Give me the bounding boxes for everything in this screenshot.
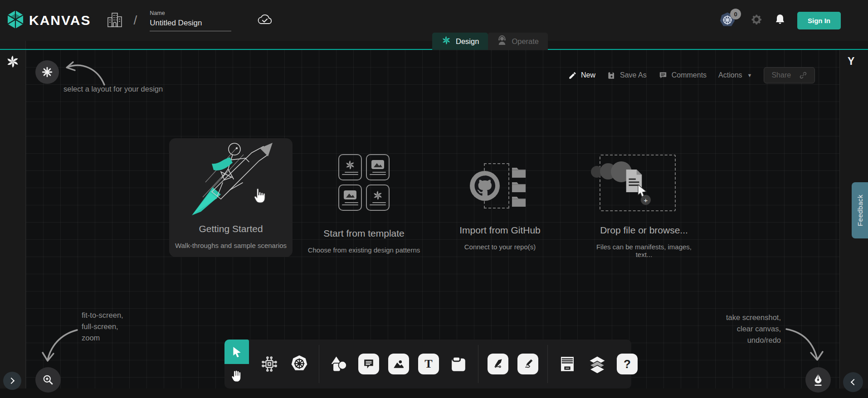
layers-icon bbox=[587, 354, 607, 374]
chevron-right-icon bbox=[8, 378, 15, 384]
bottom-strip bbox=[0, 388, 868, 398]
spiral-icon bbox=[345, 160, 356, 170]
save-as-button[interactable]: Save As bbox=[607, 71, 647, 80]
link-icon bbox=[799, 71, 807, 79]
pencil-icon bbox=[568, 71, 577, 80]
zoom-controls-button[interactable] bbox=[35, 367, 61, 393]
select-tool[interactable] bbox=[224, 340, 249, 364]
canvas-tools-hint-arrow bbox=[785, 323, 825, 366]
pen-tool[interactable] bbox=[488, 354, 508, 374]
notifications-bell-icon[interactable] bbox=[775, 14, 785, 27]
template-grid-illustration bbox=[299, 154, 429, 211]
freehand-draw-tool[interactable] bbox=[517, 354, 538, 374]
kubernetes-tool[interactable] bbox=[289, 354, 310, 374]
feedback-label: Feedback bbox=[856, 194, 864, 226]
tab-design[interactable]: Design bbox=[432, 33, 488, 50]
text-T-glyph: T bbox=[424, 357, 432, 371]
text-tool[interactable]: T bbox=[418, 354, 439, 374]
layers-tool[interactable] bbox=[587, 354, 608, 374]
layout-hint-text: select a layout for your design bbox=[63, 83, 163, 95]
template-tile bbox=[338, 184, 362, 211]
dock-divider bbox=[478, 345, 478, 383]
start-from-template-card[interactable]: Start from template Choose from existing… bbox=[299, 154, 429, 254]
card-title: Import from GitHub bbox=[451, 225, 549, 236]
zoom-hint-arrow bbox=[42, 323, 83, 366]
zoom-hint-text: fit-to-screen, full-screen, zoom bbox=[82, 310, 123, 344]
settings-gear-icon[interactable] bbox=[750, 13, 763, 28]
save-as-label: Save As bbox=[620, 71, 647, 79]
pen-nib-icon bbox=[812, 373, 824, 387]
dock-divider bbox=[547, 345, 548, 383]
drop-file-card[interactable]: + Drop file or browse... Files can be ma… bbox=[587, 153, 701, 258]
expand-left-panel-button[interactable] bbox=[3, 372, 21, 390]
chevron-left-icon bbox=[851, 379, 857, 385]
cloud-saved-icon[interactable] bbox=[257, 13, 273, 28]
right-dock-toggle[interactable]: Y bbox=[848, 55, 854, 68]
component-circuit-icon bbox=[260, 355, 278, 373]
new-label: New bbox=[581, 71, 595, 79]
breadcrumb-separator: / bbox=[133, 13, 137, 28]
shapes-tool[interactable] bbox=[328, 354, 349, 374]
image-tool[interactable] bbox=[388, 354, 409, 374]
rocket-illustration bbox=[169, 138, 293, 219]
mode-tabs: Design Operate bbox=[432, 33, 548, 50]
card-title: Drop file or browse... bbox=[587, 225, 701, 236]
comment-icon bbox=[658, 71, 668, 80]
sign-in-button[interactable]: Sign In bbox=[797, 12, 841, 29]
scribble-pencil-icon bbox=[522, 358, 534, 370]
spiral-icon bbox=[372, 190, 383, 201]
cursor-hand-icon bbox=[253, 187, 268, 205]
design-name-input[interactable] bbox=[150, 18, 231, 31]
new-design-button[interactable]: New bbox=[568, 71, 595, 80]
components-tool[interactable] bbox=[259, 354, 280, 374]
canvas-pen-button[interactable] bbox=[805, 367, 831, 393]
comments-button[interactable]: Comments bbox=[658, 71, 707, 80]
tab-operate[interactable]: Operate bbox=[488, 33, 548, 50]
tab-design-label: Design bbox=[456, 37, 479, 46]
share-label: Share bbox=[771, 71, 791, 79]
drop-file-illustration: + bbox=[587, 153, 701, 212]
collapse-right-panel-button[interactable] bbox=[843, 372, 863, 392]
getting-started-card[interactable]: Getting Started Walk-throughs and sample… bbox=[169, 138, 293, 257]
fountain-pen-icon bbox=[492, 358, 504, 370]
actions-label: Actions bbox=[718, 71, 742, 79]
comments-label: Comments bbox=[672, 71, 707, 79]
actions-dropdown[interactable]: Actions ▼ bbox=[718, 71, 752, 79]
question-mark-glyph: ? bbox=[624, 357, 631, 371]
github-illustration bbox=[451, 159, 549, 214]
import-from-github-card[interactable]: Import from GitHub Connect to your repo(… bbox=[451, 159, 549, 251]
drawer-icon bbox=[558, 354, 577, 374]
brand-name: KANVAS bbox=[29, 13, 91, 28]
card-title: Getting Started bbox=[169, 223, 293, 234]
feedback-tab[interactable]: Feedback bbox=[852, 182, 868, 238]
card-subtitle: Files can be manifests, images, text... bbox=[587, 243, 701, 258]
card-subtitle: Choose from existing design patterns bbox=[299, 246, 429, 254]
save-icon bbox=[607, 71, 616, 80]
select-layout-button[interactable] bbox=[35, 60, 59, 84]
kanvas-hexagon-icon bbox=[6, 10, 24, 31]
drawer-tool[interactable] bbox=[557, 354, 578, 374]
operate-headset-icon bbox=[497, 35, 507, 48]
share-button[interactable]: Share bbox=[764, 67, 815, 83]
comment-tool[interactable] bbox=[358, 354, 379, 374]
organization-icon[interactable] bbox=[106, 10, 123, 30]
github-octocat-icon bbox=[468, 170, 501, 202]
image-icon bbox=[371, 160, 385, 170]
note-tool[interactable] bbox=[448, 354, 469, 374]
design-actions-toolbar: New Save As Comments Actions ▼ Share bbox=[568, 66, 815, 84]
help-tool[interactable]: ? bbox=[617, 354, 638, 374]
design-name-block: Name bbox=[150, 10, 231, 31]
card-subtitle: Walk-throughs and sample scenarios bbox=[169, 242, 293, 249]
chevron-down-icon: ▼ bbox=[747, 73, 752, 78]
dock-divider bbox=[319, 345, 319, 383]
meshery-spiral-icon[interactable] bbox=[5, 54, 20, 71]
folder-icon bbox=[511, 195, 527, 207]
name-label: Name bbox=[150, 10, 231, 16]
brand-logo[interactable]: KANVAS bbox=[6, 10, 91, 31]
image-icon bbox=[393, 358, 405, 370]
kubernetes-contexts-button[interactable]: 0 bbox=[718, 11, 738, 29]
pan-tool[interactable] bbox=[224, 364, 249, 388]
image-icon bbox=[343, 190, 357, 201]
template-tile bbox=[338, 154, 362, 180]
tool-dock: T bbox=[224, 340, 631, 388]
